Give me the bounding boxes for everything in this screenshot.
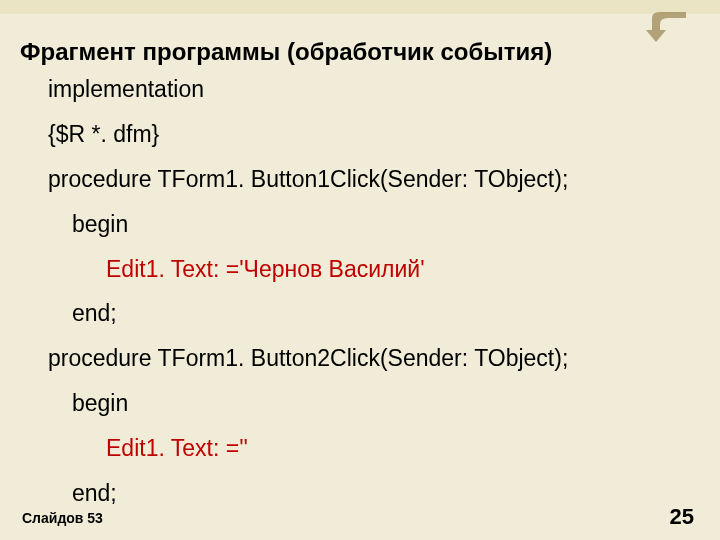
code-line: procedure TForm1. Button1Click(Sender: T… — [20, 157, 700, 202]
slide: Фрагмент программы (обработчик события) … — [0, 0, 720, 540]
page-number: 25 — [670, 504, 694, 530]
code-line: implementation — [20, 67, 700, 112]
code-line: end; — [20, 471, 700, 516]
top-accent-strip — [0, 0, 720, 14]
code-line: {$R *. dfm} — [20, 112, 700, 157]
code-line: procedure TForm1. Button2Click(Sender: T… — [20, 336, 700, 381]
return-arrow-icon[interactable] — [646, 12, 688, 50]
slide-title: Фрагмент программы (обработчик события) — [20, 36, 700, 67]
code-line: begin — [20, 202, 700, 247]
code-line: end; — [20, 291, 700, 336]
code-line-highlight: Edit1. Text: ='Чернов Василий' — [20, 247, 700, 292]
slide-count-label: Слайдов 53 — [22, 510, 103, 526]
code-line: begin — [20, 381, 700, 426]
code-line-highlight: Edit1. Text: ='' — [20, 426, 700, 471]
